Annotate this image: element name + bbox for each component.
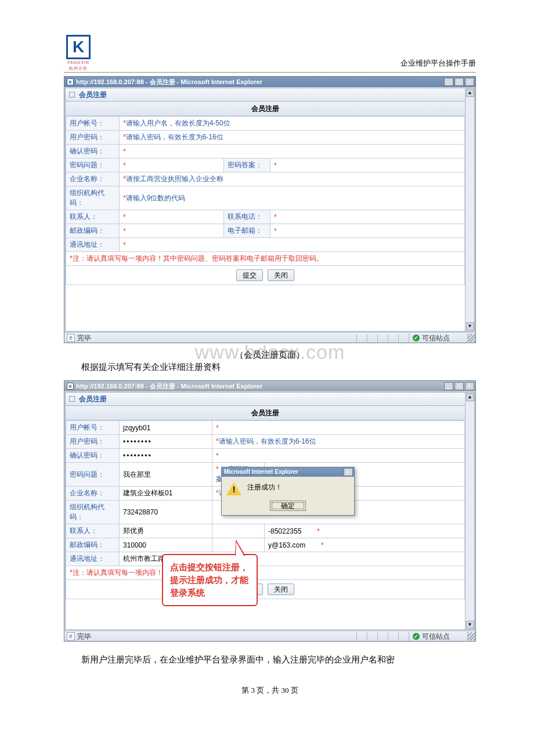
value-email[interactable]: y@163.com * (265, 538, 465, 552)
scroll-up-button[interactable]: ▲ (466, 393, 474, 401)
minimize-button[interactable]: _ (444, 382, 453, 390)
label-contact: 联系人： (66, 524, 120, 538)
close-window-button[interactable]: × (465, 78, 474, 86)
label-username: 用户帐号： (66, 117, 120, 131)
header-rule (64, 72, 476, 73)
close-window-button[interactable]: × (465, 382, 474, 390)
ie-icon: e (67, 383, 74, 390)
label-password-confirm: 确认密码： (66, 449, 120, 463)
logo-mark: K (66, 35, 91, 59)
vertical-scrollbar[interactable]: ▲ ▼ (465, 88, 474, 331)
trusted-zone: ✓ 可信站点 (409, 632, 467, 641)
label-zip: 邮政编码： (66, 538, 120, 552)
maximize-button[interactable]: □ (454, 382, 464, 390)
field-email[interactable]: * (270, 224, 465, 238)
value-password[interactable]: •••••••• (120, 435, 212, 449)
close-button[interactable]: 关闭 (268, 584, 294, 595)
field-question[interactable]: * (120, 159, 224, 172)
popup-titlebar: Microsoft Internet Explorer × (222, 467, 354, 477)
label-org: 组织机构代码： (66, 501, 120, 524)
popup-title: Microsoft Internet Explorer (224, 467, 298, 477)
panel-title: 会员注册 (79, 91, 107, 99)
label-phone: 联系电话： (224, 210, 270, 224)
form-title: 会员注册 (66, 102, 465, 116)
field-phone[interactable]: * (270, 210, 465, 224)
resize-grip[interactable] (467, 632, 475, 640)
label-corp: 企业名称： (66, 487, 120, 501)
ie-titlebar-inactive: e http://192.168.0.207:88 - 会员注册 - Micro… (64, 381, 475, 391)
popup-close-button[interactable]: × (344, 468, 353, 476)
field-addr[interactable]: * (120, 238, 465, 252)
panel-icon (69, 92, 75, 98)
label-addr: 通讯地址： (66, 552, 120, 566)
warning-icon: ! (226, 483, 241, 495)
field-zip[interactable]: * (120, 224, 224, 238)
value-question[interactable]: 我在那里 (120, 463, 212, 487)
value-password-confirm[interactable]: •••••••• (120, 449, 212, 463)
ie-title-text: http://192.168.0.207:88 - 会员注册 - Microso… (76, 77, 262, 87)
label-password: 用户密码： (66, 131, 120, 145)
value-org[interactable]: 732428870 (120, 501, 212, 524)
scroll-up-button[interactable]: ▲ (466, 89, 474, 97)
value-username[interactable]: jzqyyb01 (120, 421, 212, 435)
form-note-truncated: *注：请认真填写每一项内容！其中密码问题、密码答案和 (66, 566, 465, 580)
vertical-scrollbar[interactable]: ▲ ▼ (465, 393, 474, 629)
popup-ok-button[interactable]: 确定 (270, 501, 306, 511)
minimize-button[interactable]: _ (444, 78, 453, 86)
form-title: 会员注册 (66, 406, 465, 420)
trust-icon: ✓ (413, 633, 420, 640)
label-contact: 联系人： (66, 210, 120, 224)
register-form: 用户帐号： *请输入用户名，有效长度为4-50位 用户密码： *请输入密码，有效… (66, 116, 465, 285)
scroll-down-button[interactable]: ▼ (466, 322, 474, 330)
resize-grip[interactable] (467, 334, 475, 342)
ie-window-filled: e http://192.168.0.207:88 - 会员注册 - Micro… (64, 380, 476, 642)
status-icon: e (67, 632, 75, 640)
value-contact[interactable]: 郑优勇 (120, 524, 212, 538)
label-email: 电子邮箱： (224, 224, 270, 238)
form-note: *注：请认真填写每一项内容！其中密码问题、密码答案和电子邮箱用于取回密码。 (66, 252, 465, 266)
label-password-confirm: 确认密码： (66, 145, 120, 159)
ie-statusbar: e 完毕 ✓ 可信站点 (64, 631, 475, 641)
field-org[interactable]: *请输入9位数的代码 (120, 186, 465, 210)
field-password-confirm[interactable]: * (120, 145, 465, 159)
close-button[interactable]: 关闭 (268, 269, 294, 281)
label-corp: 企业名称： (66, 172, 120, 186)
field-username[interactable]: *请输入用户名，有效长度为4-50位 (120, 117, 465, 131)
value-zip[interactable]: 310000 (120, 538, 212, 552)
ie-titlebar: e http://192.168.0.207:88 - 会员注册 - Micro… (64, 77, 475, 87)
label-question: 密码问题： (66, 159, 120, 172)
status-done: 完毕 (77, 632, 91, 641)
panel-header: 会员注册 (66, 393, 465, 406)
label-org: 组织机构代码： (66, 186, 120, 210)
status-icon: e (67, 334, 75, 342)
label-addr: 通讯地址： (66, 238, 120, 252)
scroll-down-button[interactable]: ▼ (466, 621, 474, 629)
doc-title: 企业维护平台操作手册 (64, 58, 476, 69)
value-phone[interactable]: -85022355 * (265, 524, 465, 538)
ie-title-text: http://192.168.0.207:88 - 会员注册 - Microso… (76, 381, 262, 391)
ie-statusbar: e 完毕 ✓ 可信站点 (64, 332, 475, 343)
logo-brand: FANGXIN (64, 60, 93, 64)
submit-button[interactable]: 提交 (236, 269, 263, 281)
maximize-button[interactable]: □ (454, 78, 464, 86)
logo-cn: 杭州方欣 (64, 66, 93, 71)
label-zip: 邮政编码： (66, 224, 120, 238)
status-done: 完毕 (77, 333, 91, 343)
field-contact[interactable]: * (120, 210, 224, 224)
success-popup: Microsoft Internet Explorer × ! 注册成功！ 确定 (221, 467, 355, 516)
field-answer[interactable]: * (270, 159, 465, 172)
paragraph-after: 新用户注册完毕后，在企业维护平台登录界面中，输入注册完毕的企业用户名和密 (64, 652, 476, 667)
label-question: 密码问题： (66, 463, 120, 487)
value-corp[interactable]: 建筑企业样板01 (120, 487, 212, 501)
panel-header: 会员注册 (66, 88, 465, 102)
brand-logo: K FANGXIN 杭州方欣 (64, 35, 93, 70)
page-number: 第 3 页，共 30 页 (64, 685, 476, 696)
popup-message: 注册成功！ (247, 483, 282, 492)
label-password: 用户密码： (66, 435, 120, 449)
ie-window-blank: e http://192.168.0.207:88 - 会员注册 - Micro… (64, 76, 476, 343)
annotation-callout: 点击提交按钮注册，提示注册成功，才能登录系统 (162, 554, 258, 606)
field-password[interactable]: *请输入密码，有效长度为6-16位 (120, 131, 465, 145)
trusted-zone: ✓ 可信站点 (409, 333, 467, 343)
field-corp[interactable]: *请按工商营业执照输入企业全称 (120, 172, 465, 186)
panel-title: 会员注册 (79, 395, 107, 403)
